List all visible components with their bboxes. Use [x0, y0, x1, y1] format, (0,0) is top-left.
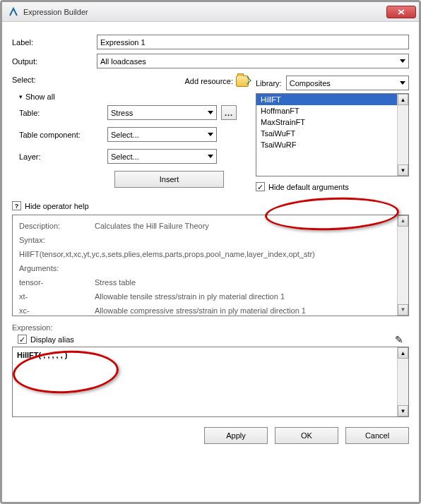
list-item[interactable]: TsaiWuRF	[256, 139, 408, 150]
hide-help-label[interactable]: Hide operator help	[25, 202, 89, 210]
help-val	[94, 234, 316, 246]
add-resource-icon[interactable]	[236, 76, 249, 87]
ok-button[interactable]: OK	[275, 427, 338, 444]
chevron-down-icon: ▾	[19, 93, 23, 100]
layer-value: Select...	[111, 152, 139, 161]
dots-label: ...	[225, 109, 233, 117]
apply-label: Apply	[226, 431, 246, 440]
cancel-label: Cancel	[365, 431, 389, 440]
label-value: Expression 1	[100, 38, 146, 47]
ok-label: OK	[301, 431, 312, 440]
add-resource-label: Add resource:	[185, 77, 233, 85]
expression-textbox[interactable]: HillFT( , , , , , ) ▲▼	[12, 347, 409, 417]
insert-button[interactable]: Insert	[114, 171, 224, 188]
list-item[interactable]: TsaiWuFT	[256, 128, 408, 139]
help-key: tensor-	[18, 276, 93, 289]
help-val	[94, 262, 316, 275]
hide-args-label: Hide default arguments	[268, 183, 349, 191]
tablecomp-value: Select...	[111, 131, 139, 139]
layer-label: Layer:	[19, 152, 107, 161]
help-key: Description:	[18, 220, 93, 232]
output-value: All loadcases	[100, 57, 146, 66]
scroll-down-icon[interactable]: ▼	[398, 405, 408, 416]
tablecomp-label: Table component:	[19, 131, 107, 139]
help-toggle-icon[interactable]: ?	[12, 201, 21, 210]
scrollbar[interactable]: ▲▼	[397, 94, 408, 176]
close-button[interactable]	[386, 6, 416, 18]
table-select[interactable]: Stress	[107, 105, 217, 120]
show-all-label: Show all	[25, 92, 55, 101]
hide-args-checkbox[interactable]: ✓	[256, 182, 265, 191]
cancel-button[interactable]: Cancel	[345, 427, 409, 444]
check-icon: ✓	[19, 336, 25, 343]
output-select[interactable]: All loadcases	[97, 54, 409, 68]
library-listbox[interactable]: HillFT HoffmanFT MaxStrainFT TsaiWuFT Ts…	[256, 93, 409, 176]
dialog-window: Expression Builder Label: Expression 1 O…	[2, 2, 419, 502]
help-val: Allowable compressive stress/strain in p…	[94, 304, 316, 316]
help-val: Allowable tensile stress/strain in ply m…	[94, 290, 316, 303]
check-icon: ✓	[257, 184, 263, 191]
layer-select[interactable]: Select...	[107, 149, 217, 164]
library-value: Composites	[290, 79, 331, 88]
help-val: Stress table	[94, 276, 316, 289]
help-syntax: HillFT(tensor,xt,xc,yt,yc,s,sets,plies,e…	[18, 248, 316, 260]
display-alias-label: Display alias	[30, 335, 74, 344]
insert-label: Insert	[160, 175, 179, 184]
apply-button[interactable]: Apply	[204, 427, 268, 444]
label-label: Label:	[12, 38, 97, 47]
output-label: Output:	[12, 57, 97, 66]
expression-label: Expression:	[12, 323, 409, 332]
scroll-down-icon[interactable]: ▼	[398, 304, 408, 316]
browse-button[interactable]: ...	[221, 105, 237, 120]
help-key: xt-	[18, 290, 93, 303]
title-bar[interactable]: Expression Builder	[2, 2, 419, 22]
pencil-icon[interactable]: ✎	[395, 334, 403, 345]
scroll-up-icon[interactable]: ▲	[398, 94, 408, 105]
help-key: Arguments:	[18, 262, 93, 275]
list-item[interactable]: MaxStrainFT	[256, 116, 408, 128]
scroll-down-icon[interactable]: ▼	[398, 164, 408, 176]
library-select[interactable]: Composites	[286, 76, 409, 90]
help-key: xc-	[18, 304, 93, 316]
scroll-up-icon[interactable]: ▲	[398, 347, 408, 359]
expression-text: HillFT( , , , , , )	[17, 351, 68, 359]
tablecomp-select[interactable]: Select...	[107, 127, 217, 142]
table-value: Stress	[111, 109, 133, 117]
scrollbar[interactable]: ▲▼	[397, 347, 408, 416]
list-item[interactable]: HillFT	[256, 94, 408, 105]
help-val: Calculates the Hill Failure Theory	[94, 220, 316, 232]
label-input[interactable]: Expression 1	[97, 35, 409, 49]
window-title: Expression Builder	[23, 8, 386, 16]
scrollbar[interactable]: ▲▼	[397, 215, 408, 316]
display-alias-checkbox[interactable]: ✓	[18, 335, 27, 344]
app-icon	[8, 6, 19, 18]
help-key: Syntax:	[18, 234, 93, 246]
list-item[interactable]: HoffmanFT	[256, 105, 408, 116]
help-textbox: Description:Calculates the Hill Failure …	[12, 215, 409, 316]
select-label: Select:	[12, 76, 54, 90]
library-label: Library:	[256, 79, 282, 88]
show-all-toggle[interactable]: ▾ Show all	[19, 92, 249, 101]
scroll-up-icon[interactable]: ▲	[398, 215, 408, 227]
table-label: Table:	[19, 109, 107, 117]
